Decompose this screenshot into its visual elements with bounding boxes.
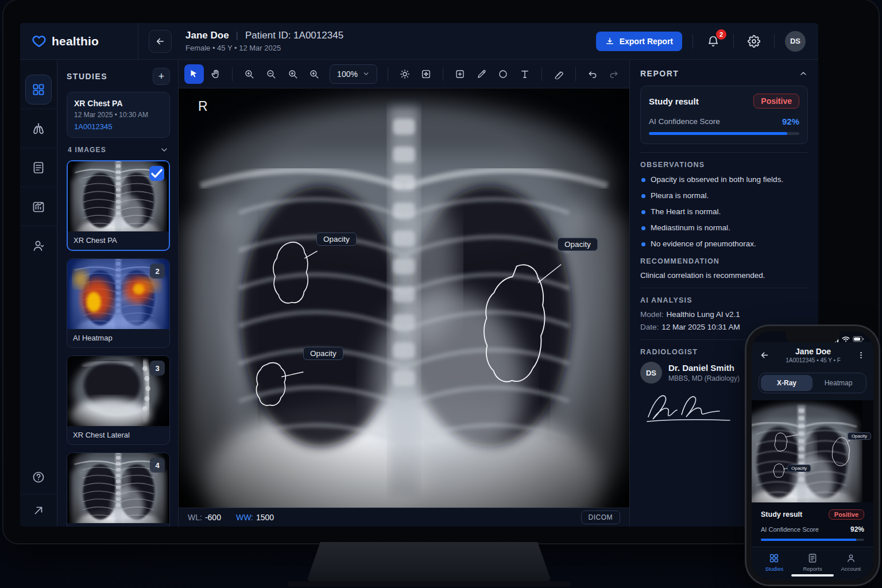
measure-tool[interactable]: [549, 64, 568, 84]
zoom-area-tool[interactable]: [283, 64, 303, 84]
pan-tool[interactable]: [206, 64, 226, 84]
observations-list: Opacity is observed in both lung fields.…: [640, 175, 808, 249]
hand-icon: [211, 69, 221, 79]
kebab-menu-icon[interactable]: [857, 351, 865, 359]
phone-patient-name: Jane Doe: [769, 347, 857, 356]
rail-item-lungs[interactable]: [20, 109, 57, 148]
rail-item-reports[interactable]: [20, 148, 57, 187]
study-id-link[interactable]: 1A0012345: [74, 122, 163, 131]
observation-item: No evidence of pneumothorax.: [640, 239, 784, 250]
phone-mockup: Jane Doe 1A0012345 • 45 Y • F X-Ray Heat…: [746, 326, 879, 585]
phone-study-result-label: Study result: [761, 510, 802, 519]
study-card[interactable]: XR Chest PA 12 Mar 2025 • 10:30 AM 1A001…: [67, 92, 170, 138]
thumbnail-number-badge: 4: [150, 458, 165, 473]
export-report-button[interactable]: Export Report: [596, 32, 682, 51]
observation-item: Pleura is normal.: [640, 191, 784, 202]
section-divider: [640, 152, 808, 153]
help-button[interactable]: [20, 460, 57, 494]
analysis-date-label: Date:: [640, 323, 659, 331]
thumbnail-ai-heatmap[interactable]: 2 AI Heatmap: [67, 258, 170, 348]
zoom-level-dropdown[interactable]: 100%: [330, 64, 377, 84]
phone-annotation-label: Opacity: [848, 432, 871, 440]
phone-tabs: X-Ray Heatmap: [752, 369, 873, 400]
dicom-badge[interactable]: DICOM: [581, 510, 621, 524]
phone-nav-reports[interactable]: Reports: [794, 553, 832, 572]
phone-notch: [786, 331, 840, 343]
annotation-label[interactable]: Opacity: [316, 233, 357, 246]
brand-wordmark: healthio: [52, 34, 99, 48]
rail-item-analytics[interactable]: [20, 187, 57, 226]
thumbnail-xr-chest-pa[interactable]: XR Chest PA: [67, 160, 170, 251]
zoom-reset-tool[interactable]: [304, 64, 324, 84]
text-tool[interactable]: [515, 64, 535, 84]
pointer-tool[interactable]: [184, 64, 204, 84]
magnifier-plus-icon: [288, 69, 298, 79]
draw-tool[interactable]: [472, 64, 492, 84]
phone-nav-account[interactable]: Account: [831, 553, 870, 572]
model-label: Model:: [640, 310, 664, 319]
annotation-label[interactable]: Opacity: [558, 238, 598, 251]
monitor-stand-base: [287, 581, 571, 587]
ruler-icon: [554, 69, 564, 79]
thumbnail-xr-chest-lateral[interactable]: 3 XR Chest Lateral: [67, 355, 170, 445]
arrow-left-icon: [155, 36, 165, 47]
recommendation-title: RECOMMENDATION: [640, 257, 808, 265]
brightness-tool[interactable]: [395, 64, 415, 84]
observation-item: The Heart is normal.: [640, 207, 784, 218]
report-title: REPORT: [640, 69, 679, 78]
lungs-icon: [31, 121, 46, 136]
add-annotation-tool[interactable]: [450, 64, 470, 84]
app-window: healthio Jane Doe | Patient ID: 1A001234…: [20, 23, 818, 527]
images-collapse-toggle[interactable]: 4 IMAGES: [68, 145, 169, 154]
rail-item-patients[interactable]: [20, 226, 57, 265]
phone-tab-xray[interactable]: X-Ray: [761, 375, 813, 391]
xray-canvas[interactable]: R Opacity Opacity Opacity: [179, 88, 629, 508]
window-width-label: WW:: [236, 513, 253, 522]
phone-results: Study result Positive AI Confidence Scor…: [752, 502, 873, 547]
patient-meta: Female • 45 Y • 12 Mar 2025: [185, 44, 343, 52]
ellipse-tool[interactable]: [494, 64, 513, 84]
positive-badge: Positive: [753, 94, 799, 109]
window-width-value: 1500: [256, 513, 274, 522]
sun-icon: [400, 69, 410, 79]
expand-button[interactable]: [20, 494, 57, 527]
chest-xray-image: [179, 88, 629, 508]
undo-button[interactable]: [583, 64, 602, 84]
studies-panel: STUDIES + XR Chest PA 12 Mar 2025 • 10:3…: [57, 60, 179, 527]
zoom-in-tool[interactable]: [239, 64, 259, 84]
study-name: XR Chest PA: [74, 99, 163, 108]
section-divider: [640, 288, 808, 288]
observation-item: Mediastinum is normal.: [640, 223, 784, 234]
notifications-button[interactable]: 2: [703, 32, 723, 51]
rail-item-studies[interactable]: [20, 70, 57, 109]
thumbnail-xr-chest-ap[interactable]: 4 XR Chest AP: [67, 452, 170, 527]
zoom-out-tool[interactable]: [261, 64, 281, 84]
studies-title: STUDIES: [67, 72, 107, 81]
phone-tab-heatmap[interactable]: Heatmap: [813, 375, 864, 391]
phone-home-indicator[interactable]: [752, 574, 873, 579]
radiologist-name: Dr. Daniel Smith: [668, 363, 740, 373]
chevron-up-icon[interactable]: [799, 69, 808, 78]
zoom-level-value: 100%: [337, 69, 358, 79]
contrast-tool[interactable]: [417, 64, 436, 84]
magnifier-plus-icon: [309, 69, 319, 79]
study-datetime: 12 Mar 2025 • 10:30 AM: [74, 111, 163, 119]
viewer: 100%: [179, 60, 629, 527]
study-result-label: Study result: [649, 96, 699, 106]
settings-button[interactable]: [744, 32, 764, 51]
add-study-button[interactable]: +: [153, 68, 170, 85]
redo-button[interactable]: [604, 64, 624, 84]
sparkle-square-icon: [421, 69, 431, 79]
chevron-down-icon: [160, 145, 169, 154]
phone-confidence-label: AI Confidence Score: [761, 526, 819, 533]
phone-nav-studies[interactable]: Studies: [755, 553, 794, 572]
phone-xray-canvas[interactable]: Opacity Opacity: [752, 400, 873, 502]
header-divider: [693, 34, 693, 49]
user-avatar[interactable]: DS: [785, 31, 806, 52]
confidence-value: 92%: [782, 117, 799, 126]
arrow-left-icon[interactable]: [760, 350, 769, 360]
study-result-card: Study result Positive AI Confidence Scor…: [640, 86, 808, 144]
annotation-label[interactable]: Opacity: [303, 347, 343, 360]
phone-patient-meta: 1A0012345 • 45 Y • F: [769, 357, 857, 363]
back-button[interactable]: [149, 30, 172, 53]
